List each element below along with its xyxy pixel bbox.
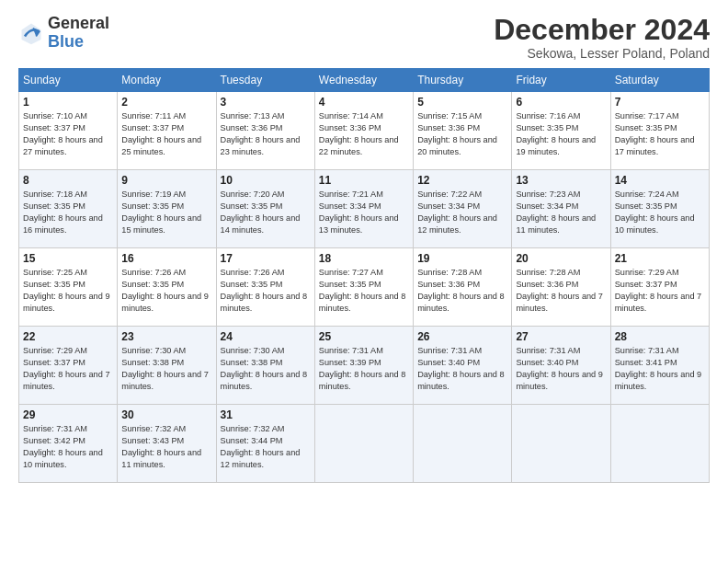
logo: General Blue: [18, 15, 109, 52]
table-row-empty: [314, 405, 413, 483]
col-sunday: Sunday: [19, 69, 118, 92]
table-row: 21 Sunrise: 7:29 AMSunset: 3:37 PMDaylig…: [610, 248, 709, 327]
table-row: 20 Sunrise: 7:28 AMSunset: 3:36 PMDaylig…: [512, 248, 610, 327]
table-row: 24 Sunrise: 7:30 AMSunset: 3:38 PMDaylig…: [216, 327, 314, 405]
table-row: 11 Sunrise: 7:21 AMSunset: 3:34 PMDaylig…: [314, 170, 413, 248]
col-monday: Monday: [118, 69, 216, 92]
logo-general: General: [48, 15, 109, 33]
calendar-table: Sunday Monday Tuesday Wednesday Thursday…: [18, 68, 710, 483]
location: Sekowa, Lesser Poland, Poland: [494, 46, 710, 61]
table-row: 3 Sunrise: 7:13 AMSunset: 3:36 PMDayligh…: [216, 92, 314, 170]
table-row: 31 Sunrise: 7:32 AMSunset: 3:44 PMDaylig…: [216, 405, 314, 483]
week-row-5: 29 Sunrise: 7:31 AMSunset: 3:42 PMDaylig…: [19, 405, 710, 483]
table-row: 29 Sunrise: 7:31 AMSunset: 3:42 PMDaylig…: [19, 405, 118, 483]
table-row: 5 Sunrise: 7:15 AMSunset: 3:36 PMDayligh…: [414, 92, 512, 170]
table-row: 7 Sunrise: 7:17 AMSunset: 3:35 PMDayligh…: [610, 92, 709, 170]
table-row-empty: [610, 405, 709, 483]
logo-icon: [18, 20, 44, 46]
logo-blue: Blue: [48, 33, 109, 52]
week-row-4: 22 Sunrise: 7:29 AMSunset: 3:37 PMDaylig…: [19, 327, 710, 405]
table-row: 17 Sunrise: 7:26 AMSunset: 3:35 PMDaylig…: [216, 248, 314, 327]
table-row: 9 Sunrise: 7:19 AMSunset: 3:35 PMDayligh…: [118, 170, 216, 248]
table-row: 30 Sunrise: 7:32 AMSunset: 3:43 PMDaylig…: [118, 405, 216, 483]
table-row: 16 Sunrise: 7:26 AMSunset: 3:35 PMDaylig…: [118, 248, 216, 327]
table-row: 2 Sunrise: 7:11 AMSunset: 3:37 PMDayligh…: [118, 92, 216, 170]
table-row: 26 Sunrise: 7:31 AMSunset: 3:40 PMDaylig…: [414, 327, 512, 405]
table-row: 1 Sunrise: 7:10 AMSunset: 3:37 PMDayligh…: [19, 92, 118, 170]
table-row: 19 Sunrise: 7:28 AMSunset: 3:36 PMDaylig…: [414, 248, 512, 327]
col-thursday: Thursday: [414, 69, 512, 92]
table-row: 23 Sunrise: 7:30 AMSunset: 3:38 PMDaylig…: [118, 327, 216, 405]
table-row: 13 Sunrise: 7:23 AMSunset: 3:34 PMDaylig…: [512, 170, 610, 248]
table-row: 28 Sunrise: 7:31 AMSunset: 3:41 PMDaylig…: [610, 327, 709, 405]
col-saturday: Saturday: [610, 69, 709, 92]
table-row: 27 Sunrise: 7:31 AMSunset: 3:40 PMDaylig…: [512, 327, 610, 405]
page: General Blue December 2024 Sekowa, Lesse…: [0, 0, 728, 563]
table-row: 22 Sunrise: 7:29 AMSunset: 3:37 PMDaylig…: [19, 327, 118, 405]
table-row: 15 Sunrise: 7:25 AMSunset: 3:35 PMDaylig…: [19, 248, 118, 327]
calendar-header-row: Sunday Monday Tuesday Wednesday Thursday…: [19, 69, 710, 92]
table-row: 12 Sunrise: 7:22 AMSunset: 3:34 PMDaylig…: [414, 170, 512, 248]
week-row-3: 15 Sunrise: 7:25 AMSunset: 3:35 PMDaylig…: [19, 248, 710, 327]
table-row-empty: [512, 405, 610, 483]
title-area: December 2024 Sekowa, Lesser Poland, Pol…: [494, 15, 710, 61]
month-title: December 2024: [494, 15, 710, 44]
week-row-2: 8 Sunrise: 7:18 AMSunset: 3:35 PMDayligh…: [19, 170, 710, 248]
col-wednesday: Wednesday: [314, 69, 413, 92]
table-row: 25 Sunrise: 7:31 AMSunset: 3:39 PMDaylig…: [314, 327, 413, 405]
table-row: 18 Sunrise: 7:27 AMSunset: 3:35 PMDaylig…: [314, 248, 413, 327]
table-row-empty: [414, 405, 512, 483]
col-friday: Friday: [512, 69, 610, 92]
table-row: 6 Sunrise: 7:16 AMSunset: 3:35 PMDayligh…: [512, 92, 610, 170]
table-row: 10 Sunrise: 7:20 AMSunset: 3:35 PMDaylig…: [216, 170, 314, 248]
week-row-1: 1 Sunrise: 7:10 AMSunset: 3:37 PMDayligh…: [19, 92, 710, 170]
table-row: 14 Sunrise: 7:24 AMSunset: 3:35 PMDaylig…: [610, 170, 709, 248]
table-row: 4 Sunrise: 7:14 AMSunset: 3:36 PMDayligh…: [314, 92, 413, 170]
table-row: 8 Sunrise: 7:18 AMSunset: 3:35 PMDayligh…: [19, 170, 118, 248]
logo-text: General Blue: [48, 15, 109, 52]
col-tuesday: Tuesday: [216, 69, 314, 92]
header: General Blue December 2024 Sekowa, Lesse…: [18, 15, 710, 61]
